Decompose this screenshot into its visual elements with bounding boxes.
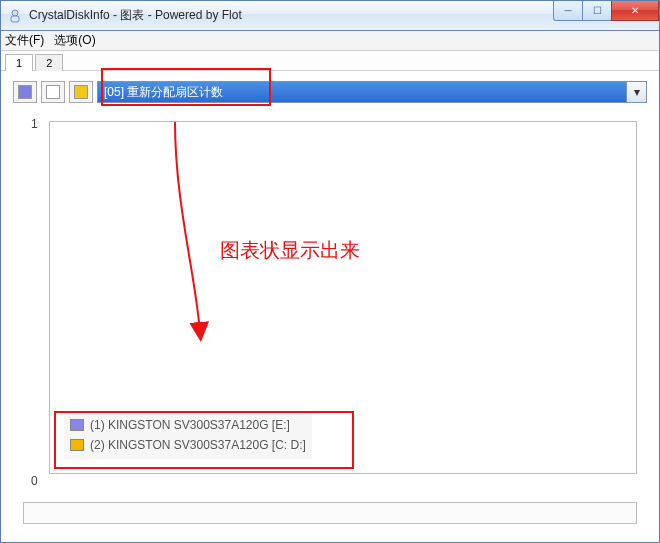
attribute-dropdown[interactable]: [05] 重新分配扇区计数 ▾ [97,81,647,103]
menu-file[interactable]: 文件(F) [5,32,44,49]
menubar: 文件(F) 选项(O) [1,31,659,51]
y-tick-max: 1 [31,117,38,131]
swatch-icon [74,85,88,99]
color-swatch-2[interactable] [41,81,65,103]
legend-label: (2) KINGSTON SV300S37A120G [C: D:] [90,435,306,455]
tab-2[interactable]: 2 [35,54,63,71]
app-window: CrystalDiskInfo - 图表 - Powered by Flot ─… [0,0,660,543]
minimize-icon: ─ [564,5,571,16]
window-title: CrystalDiskInfo - 图表 - Powered by Flot [29,7,242,24]
menu-options[interactable]: 选项(O) [54,32,95,49]
dropdown-selected-label: [05] 重新分配扇区计数 [104,84,223,101]
maximize-button[interactable]: ☐ [582,1,612,21]
legend-item: (2) KINGSTON SV300S37A120G [C: D:] [70,435,306,455]
svg-rect-1 [11,16,19,22]
titlebar[interactable]: CrystalDiskInfo - 图表 - Powered by Flot ─… [1,1,659,31]
swatch-icon [46,85,60,99]
status-area [1,492,659,542]
toolbar: [05] 重新分配扇区计数 ▾ [1,71,659,109]
legend-label: (1) KINGSTON SV300S37A120G [E:] [90,415,290,435]
status-bar [23,502,637,524]
tab-1[interactable]: 1 [5,54,33,71]
tabs-row: 1 2 [1,51,659,71]
svg-point-0 [12,10,18,16]
color-swatch-3[interactable] [69,81,93,103]
chart-area: 1 0 图表状显示出来 (1) KINGSTON SV300S37A120G [… [1,109,659,492]
annotation-text: 图表状显示出来 [220,237,360,264]
chart-plot: 图表状显示出来 (1) KINGSTON SV300S37A120G [E:] … [49,121,637,474]
window-controls: ─ ☐ ✕ [554,1,659,21]
maximize-icon: ☐ [593,5,602,16]
app-icon [7,8,23,24]
annotation-arrow-icon [160,122,220,342]
legend-item: (1) KINGSTON SV300S37A120G [E:] [70,415,306,435]
close-button[interactable]: ✕ [611,1,659,21]
legend-swatch-icon [70,419,84,431]
chart-legend: (1) KINGSTON SV300S37A120G [E:] (2) KING… [64,411,312,459]
swatch-icon [18,85,32,99]
minimize-button[interactable]: ─ [553,1,583,21]
color-swatch-1[interactable] [13,81,37,103]
close-icon: ✕ [631,5,639,16]
legend-swatch-icon [70,439,84,451]
y-tick-min: 0 [31,474,38,488]
chevron-down-icon: ▾ [626,82,646,102]
